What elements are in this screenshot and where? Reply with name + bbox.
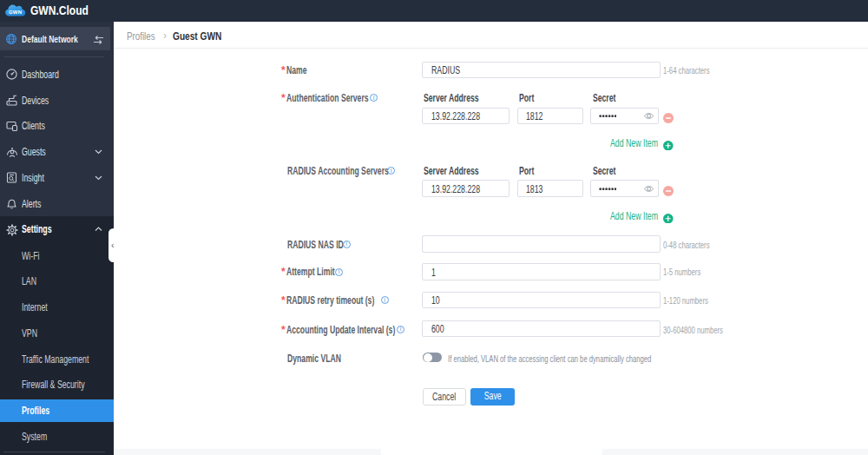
svg-text:GWN: GWN <box>8 10 22 15</box>
